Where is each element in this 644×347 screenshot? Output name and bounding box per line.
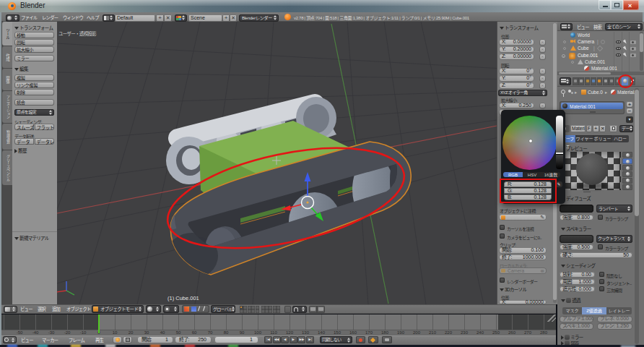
svg-text:(1) Cube.001: (1) Cube.001 <box>167 295 199 301</box>
svg-text:ユーザー・透視投影: ユーザー・透視投影 <box>58 30 97 37</box>
